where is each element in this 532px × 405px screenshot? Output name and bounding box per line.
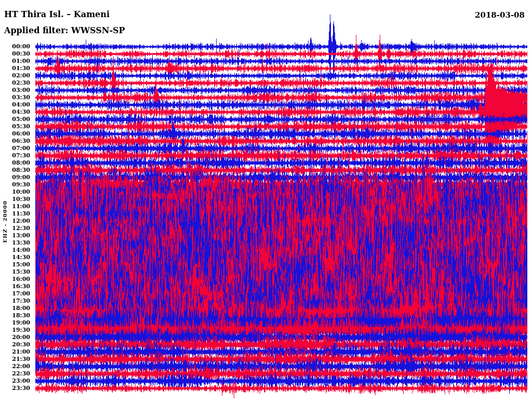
time-label: 06:00 xyxy=(0,131,30,137)
time-label: 00:30 xyxy=(0,51,30,57)
time-label: 14:30 xyxy=(0,254,30,261)
time-label: 17:00 xyxy=(0,291,30,297)
time-label: 10:30 xyxy=(0,196,30,203)
time-label: 17:30 xyxy=(0,298,30,304)
time-label: 16:00 xyxy=(0,276,30,282)
time-label: 03:30 xyxy=(0,95,30,101)
time-label: 15:00 xyxy=(0,262,30,268)
time-label: 07:30 xyxy=(0,153,30,159)
time-label: 22:00 xyxy=(0,363,30,370)
time-label: 12:30 xyxy=(0,225,30,232)
time-label: 18:30 xyxy=(0,313,30,319)
time-label: 20:00 xyxy=(0,334,30,341)
time-label: 09:00 xyxy=(0,174,30,181)
time-label: 15:30 xyxy=(0,269,30,275)
time-label: 23:30 xyxy=(0,385,30,392)
time-label: 19:00 xyxy=(0,320,30,326)
time-label: 10:00 xyxy=(0,189,30,195)
time-label: 23:00 xyxy=(0,378,30,384)
time-label: 19:30 xyxy=(0,327,30,333)
time-label: 13:30 xyxy=(0,240,30,246)
date-label: 2018-03-08 xyxy=(475,10,525,20)
time-label: 21:30 xyxy=(0,356,30,362)
time-label: 02:00 xyxy=(0,73,30,79)
time-label: 07:00 xyxy=(0,145,30,152)
time-label: 04:00 xyxy=(0,102,30,108)
helicorder-page: { "chart_data": { "type": "line", "subty… xyxy=(0,0,532,405)
time-label: 12:00 xyxy=(0,218,30,224)
applied-filter-label: Applied filter: WWSSN-SP xyxy=(4,25,125,35)
time-label: 04:30 xyxy=(0,109,30,115)
seismogram-traces xyxy=(0,0,532,405)
time-label: 02:30 xyxy=(0,80,30,86)
station-title: HT Thira Isl. – Kameni xyxy=(4,9,110,19)
time-label: 11:30 xyxy=(0,211,30,217)
time-label: 22:30 xyxy=(0,371,30,377)
time-label: 13:00 xyxy=(0,233,30,239)
time-label: 06:30 xyxy=(0,138,30,144)
time-label: 05:00 xyxy=(0,116,30,123)
time-label: 03:00 xyxy=(0,87,30,93)
time-label: 08:30 xyxy=(0,167,30,173)
time-label: 14:00 xyxy=(0,247,30,253)
time-label: 20:30 xyxy=(0,342,30,348)
time-label: 11:00 xyxy=(0,204,30,210)
time-label: 05:30 xyxy=(0,124,30,130)
time-label: 01:00 xyxy=(0,58,30,64)
time-label: 00:00 xyxy=(0,44,30,50)
time-label: 08:00 xyxy=(0,160,30,166)
time-label: 01:30 xyxy=(0,65,30,72)
time-label: 09:30 xyxy=(0,182,30,188)
time-label: 16:30 xyxy=(0,284,30,290)
time-label: 18:00 xyxy=(0,305,30,312)
time-label: 21:00 xyxy=(0,349,30,355)
